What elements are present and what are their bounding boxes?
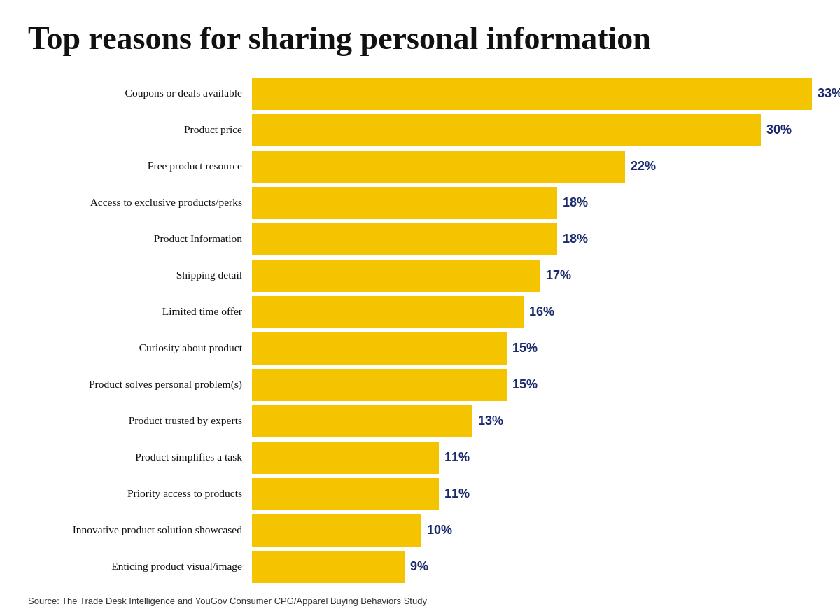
bar-row: Coupons or deals available33% <box>28 78 812 110</box>
bar-label: Limited time offer <box>28 305 252 318</box>
bar-label: Shipping detail <box>28 269 252 282</box>
bar-label: Product Information <box>28 232 252 246</box>
bar-value: 15% <box>512 341 538 356</box>
bar-value: 10% <box>427 523 452 538</box>
bar <box>252 223 557 255</box>
bar-row: Shipping detail17% <box>28 260 812 292</box>
bar-wrap: 13% <box>252 405 812 438</box>
bar <box>252 260 540 292</box>
bar-value: 22% <box>631 159 656 174</box>
chart-container: Coupons or deals available33%Product pri… <box>28 78 812 583</box>
bar-wrap: 11% <box>252 442 812 474</box>
bar-value: 11% <box>444 486 470 501</box>
bar-row: Limited time offer16% <box>28 296 812 328</box>
bar-label: Access to exclusive products/perks <box>28 196 252 209</box>
bar-value: 18% <box>563 195 588 210</box>
bar-row: Curiosity about product15% <box>28 332 812 365</box>
bar-value: 16% <box>529 304 554 319</box>
bar-wrap: 15% <box>252 332 812 365</box>
bar-label: Enticing product visual/image <box>28 560 252 573</box>
bar <box>252 114 761 146</box>
bar <box>252 150 625 183</box>
bar-wrap: 18% <box>252 223 812 255</box>
bar-row: Product solves personal problem(s)15% <box>28 369 812 401</box>
bar-row: Free product resource22% <box>28 150 812 183</box>
bar-value: 33% <box>818 86 840 101</box>
bar-wrap: 16% <box>252 296 812 328</box>
bar-value: 18% <box>563 232 588 246</box>
bar-wrap: 15% <box>252 369 812 401</box>
bar-row: Product price30% <box>28 114 812 146</box>
bar <box>252 405 472 438</box>
bar-label: Product price <box>28 123 252 136</box>
bar-row: Priority access to products11% <box>28 478 812 510</box>
bar-row: Innovative product solution showcased10% <box>28 514 812 547</box>
bar <box>252 514 421 547</box>
bar-wrap: 10% <box>252 514 812 547</box>
bar <box>252 369 507 401</box>
bar <box>252 551 405 583</box>
bar-wrap: 22% <box>252 150 812 183</box>
bar-value: 9% <box>410 559 428 574</box>
bar-value: 30% <box>766 122 792 137</box>
bar-label: Product trusted by experts <box>28 414 252 428</box>
source-text: Source: The Trade Desk Intelligence and … <box>28 596 812 606</box>
bar-label: Innovative product solution showcased <box>28 524 252 537</box>
bar <box>252 332 507 365</box>
bar-row: Access to exclusive products/perks18% <box>28 187 812 219</box>
bar-row: Product Information18% <box>28 223 812 255</box>
bar <box>252 78 812 110</box>
bar <box>252 187 557 219</box>
chart-title: Top reasons for sharing personal informa… <box>28 21 812 57</box>
bar <box>252 442 439 474</box>
bar-label: Product simplifies a task <box>28 451 252 464</box>
bar-value: 11% <box>444 450 470 465</box>
bar-label: Free product resource <box>28 160 252 173</box>
bar-wrap: 30% <box>252 114 812 146</box>
bar <box>252 296 524 328</box>
bar-wrap: 18% <box>252 187 812 219</box>
bar-wrap: 33% <box>252 78 840 110</box>
bar-value: 17% <box>546 268 571 283</box>
bar-value: 15% <box>512 377 538 392</box>
bar-label: Curiosity about product <box>28 342 252 355</box>
bar-label: Coupons or deals available <box>28 87 252 100</box>
bar-label: Product solves personal problem(s) <box>28 378 252 391</box>
bar-row: Product trusted by experts13% <box>28 405 812 438</box>
bar-row: Enticing product visual/image9% <box>28 551 812 583</box>
bar-wrap: 17% <box>252 260 812 292</box>
bar-row: Product simplifies a task11% <box>28 442 812 474</box>
bar-label: Priority access to products <box>28 487 252 500</box>
bar-wrap: 11% <box>252 478 812 510</box>
bar <box>252 478 439 510</box>
bar-wrap: 9% <box>252 551 812 583</box>
bar-value: 13% <box>478 414 503 428</box>
